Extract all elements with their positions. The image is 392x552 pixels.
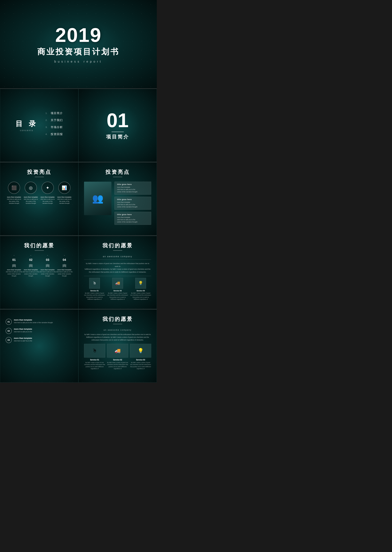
slide-5-invest-right: 投资亮点 title gose here more than templatec… <box>78 162 157 235</box>
nl-content-3: more than template click here to add You… <box>14 337 32 343</box>
icon-item-3: ✦ more then template click here to add y… <box>39 182 56 205</box>
service-title-1: Service 01 <box>91 290 99 292</box>
invest-heading-left: 投资亮点 <box>6 169 73 177</box>
nl-title-1: more than template <box>14 319 53 321</box>
nl-title-2: more than template <box>14 328 32 330</box>
slide-2-toc: 目 录 concents 1. 项目简介 2. 关于我们 3. 市场分析 4. … <box>0 89 78 162</box>
toc-text-2: 关于我们 <box>51 118 63 122</box>
slide-9-services-bottom: 我们的愿景 an awesome company by faith I mean… <box>78 309 157 382</box>
toc-title-block: 目 录 concents <box>15 119 38 132</box>
toc-text-4: 投资回报 <box>51 132 63 136</box>
icon-item-2: ◎ more then template click here to add y… <box>22 182 39 205</box>
medal-ribbon-4 <box>63 264 66 267</box>
medal-top-2: 02 <box>26 255 35 264</box>
icon-circle-2: ◎ <box>25 182 37 194</box>
card-title-3: title gose here <box>117 213 149 216</box>
medal-shape-4: 04 <box>58 255 70 267</box>
medal-num-3: 03 <box>46 258 49 262</box>
nl-item-3: 03 more than template click here to add … <box>6 337 73 343</box>
slide-6-vision-left: 我们的愿景 01 more than template click here t… <box>0 236 78 309</box>
vision-desc: by faith I mean a vision of good one che… <box>84 262 151 274</box>
invest-photo <box>84 182 112 215</box>
toc-item-3: 3. 市场分析 <box>46 125 63 129</box>
nl-desc-1: click here to add you to the center of t… <box>14 321 53 324</box>
nl-title-3: more than template <box>14 337 32 339</box>
subtitle: business report <box>54 60 103 63</box>
toc-text-3: 市场分析 <box>51 125 63 129</box>
toc-list: 1. 项目简介 2. 关于我们 3. 市场分析 4. 投资回报 <box>46 111 63 139</box>
icon-text-2: more then template click here to add you… <box>23 196 38 205</box>
person-shape <box>84 182 112 215</box>
company-label: an awesome company <box>84 255 151 258</box>
medal-top-1: 01 <box>9 255 19 264</box>
service-item-1: 🖱 Service 01 By faith I mean a vision of… <box>84 278 105 300</box>
nl-num-1: 01 <box>6 319 12 325</box>
medal-num-2: 02 <box>29 258 32 262</box>
nl-num-2: 02 <box>6 328 12 334</box>
card-desc-2: more than templateclick here to add you … <box>117 201 149 208</box>
section-number: 01 <box>106 110 129 130</box>
medal-item-1: 01 more than template click here to add … <box>6 255 22 277</box>
slides-row-3: 我们的愿景 01 more than template click here t… <box>0 235 157 309</box>
svc-bottom-2: 🚚 Service 02 By faith mean a vision of g… <box>107 344 128 370</box>
invest-image-area: title gose here more than templateclick … <box>84 182 151 225</box>
medal-item-4: 04 more than template click here to add … <box>56 255 73 277</box>
medal-item-3: 03 more than template click here to add … <box>39 255 56 277</box>
toc-text-1: 项目简介 <box>51 111 63 115</box>
services-bottom-row: 🖱 Service 01 By faith I mean a vision of… <box>84 344 151 370</box>
slide-4-invest-left: 投资亮点 ⬛ more then template click here to … <box>0 162 78 235</box>
slide-3-section-intro: 01 项目简介 <box>78 89 157 162</box>
toc-num-1: 1. <box>46 112 49 114</box>
medal-num-1: 01 <box>12 258 16 262</box>
svc-bottom-3: 💡 Service 03 By faith I mean a vision of… <box>130 344 151 370</box>
vision-heading-right: 我们的愿景 <box>84 242 151 251</box>
icon-item-4: 📊 more then template click here to add y… <box>56 182 73 205</box>
nl-desc-2: click here to add you to the <box>14 331 32 333</box>
slide-7-vision-right: 我们的愿景 an awesome company by faith I mean… <box>78 236 157 309</box>
card-title-2: title gose here <box>117 198 149 201</box>
service-icon-2: 🚚 <box>112 278 123 289</box>
invest-heading-right: 投资亮点 <box>84 169 151 177</box>
medal-ribbon-3 <box>46 264 49 267</box>
service-icon-3: 💡 <box>135 278 146 289</box>
toc-cn-title: 目 录 <box>15 119 38 128</box>
icon-text-1: more then template click here to add you… <box>6 196 22 205</box>
service-item-3: 💡 Service 03 By faith I mean a vision of… <box>130 278 151 300</box>
medal-text-1: more than template click here to add you… <box>6 269 22 277</box>
nl-desc-3: click here to add You to the <box>14 340 32 342</box>
nl-content-2: more than template click here to add you… <box>14 328 32 334</box>
service-icon-1: 🖱 <box>89 278 100 289</box>
slide-1-title: 2019 商业投资项目计划书 business report <box>0 0 157 88</box>
medal-shape-2: 02 <box>25 255 37 267</box>
toc-item-1: 1. 项目简介 <box>46 111 63 115</box>
medal-item-2: 02 more than template click here to add … <box>22 255 39 277</box>
slides-row-2: 投资亮点 ⬛ more then template click here to … <box>0 162 157 235</box>
medal-top-3: 03 <box>43 255 52 264</box>
title-card-3: title gose here more than templateclick … <box>114 212 151 225</box>
medal-shape-3: 03 <box>42 255 54 267</box>
icon-circle-4: 📊 <box>58 182 70 194</box>
medal-text-4: more than template click here to add you… <box>56 269 73 277</box>
service-desc-3: By faith I mean a vision of good one che… <box>130 292 151 300</box>
svc-title-3: Service 03 <box>136 359 145 361</box>
toc-en-title: concents <box>15 129 38 132</box>
vision-heading-left: 我们的愿景 <box>6 242 73 251</box>
nl-item-1: 01 more than template click here to add … <box>6 319 73 325</box>
icon-circle-1: ⬛ <box>8 182 20 194</box>
nl-num-3: 03 <box>6 337 12 343</box>
service-heading-bottom: 我们的愿景 <box>84 316 151 324</box>
medal-top-4: 04 <box>60 255 69 264</box>
svc-img-2: 🚚 <box>107 344 128 358</box>
card-title-1: title gose here <box>117 183 149 185</box>
service-title-2: Service 02 <box>113 290 122 292</box>
medal-shape-1: 01 <box>8 255 20 267</box>
service-title-3: Service 03 <box>137 290 145 292</box>
card-desc-1: more than templateclick here to add you … <box>117 186 149 193</box>
svc-desc-1: By faith I mean a vision of one cherishe… <box>84 362 105 370</box>
toc-item-2: 2. 关于我们 <box>46 118 63 122</box>
svc-title-2: Service 02 <box>113 359 122 361</box>
service-desc-1: By faith I mean a vision of good one che… <box>84 292 105 300</box>
toc-num-2: 2. <box>46 119 49 121</box>
section-name: 项目简介 <box>106 134 129 140</box>
icon-item-1: ⬛ more then template click here to add y… <box>6 182 22 205</box>
